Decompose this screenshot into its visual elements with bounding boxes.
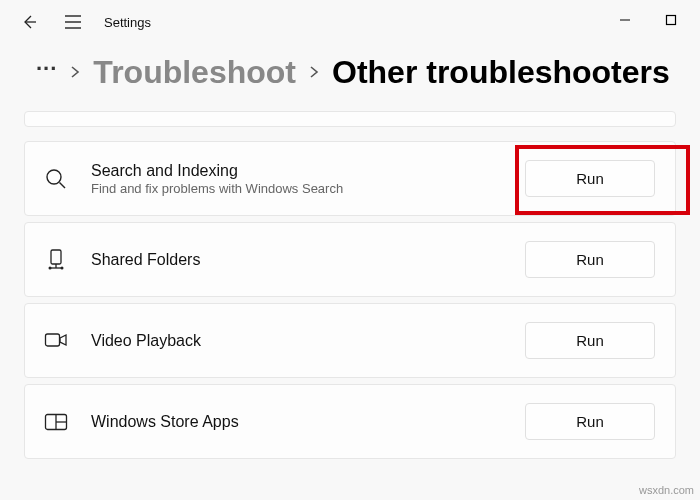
breadcrumb-parent[interactable]: Troubleshoot — [93, 54, 296, 91]
troubleshooter-card-search-indexing: Search and Indexing Find and fix problem… — [24, 141, 676, 216]
svg-line-7 — [60, 182, 66, 188]
watermark: wsxdn.com — [639, 484, 694, 496]
chevron-right-icon — [308, 61, 320, 84]
search-icon — [43, 166, 69, 192]
troubleshooter-card-windows-store-apps: Windows Store Apps Run — [24, 384, 676, 459]
svg-rect-1 — [667, 16, 676, 25]
breadcrumb-ellipsis[interactable]: ··· — [36, 56, 57, 90]
run-button[interactable]: Run — [525, 322, 655, 359]
store-icon — [43, 409, 69, 435]
svg-rect-13 — [46, 334, 60, 346]
troubleshooter-card-video-playback: Video Playback Run — [24, 303, 676, 378]
chevron-right-icon — [69, 61, 81, 84]
svg-point-12 — [61, 266, 64, 269]
back-button[interactable] — [16, 9, 42, 35]
minimize-button[interactable] — [602, 4, 648, 36]
breadcrumb: ··· Troubleshoot Other troubleshooters — [0, 40, 700, 111]
video-icon — [43, 328, 69, 354]
run-button[interactable]: Run — [525, 403, 655, 440]
app-header: Settings — [0, 8, 167, 44]
run-button[interactable]: Run — [525, 241, 655, 278]
troubleshooter-card-shared-folders: Shared Folders Run — [24, 222, 676, 297]
svg-point-11 — [49, 266, 52, 269]
shared-folders-icon — [43, 247, 69, 273]
card-description: Find and fix problems with Windows Searc… — [91, 181, 503, 196]
card-title: Shared Folders — [91, 251, 503, 269]
card-title: Windows Store Apps — [91, 413, 503, 431]
card-title: Video Playback — [91, 332, 503, 350]
app-title: Settings — [104, 15, 151, 30]
run-button[interactable]: Run — [525, 160, 655, 197]
troubleshooter-list: Search and Indexing Find and fix problem… — [0, 111, 700, 459]
maximize-button[interactable] — [648, 4, 694, 36]
svg-point-6 — [47, 170, 61, 184]
breadcrumb-current: Other troubleshooters — [332, 54, 670, 91]
card-partial — [24, 111, 676, 127]
card-title: Search and Indexing — [91, 162, 503, 180]
svg-rect-8 — [51, 250, 61, 264]
hamburger-menu-button[interactable] — [60, 9, 86, 35]
